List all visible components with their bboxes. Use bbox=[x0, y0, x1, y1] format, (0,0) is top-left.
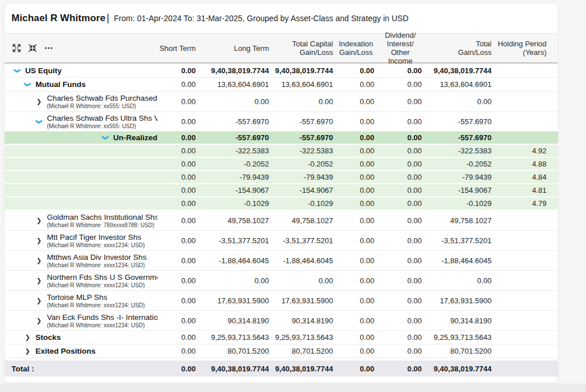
column-header-holding-period-years: Holding Period (Years) bbox=[496, 39, 551, 57]
cell-indexation-gain-loss: 0.00 bbox=[338, 117, 379, 126]
cell-indexation-gain-loss: 0.00 bbox=[338, 316, 379, 325]
column-header-indexation-gain-loss: Indexation Gain/Loss bbox=[338, 39, 379, 57]
cell-short-term: 0.00 bbox=[157, 256, 200, 265]
row-label-cell: ❯Charles Schwab Fds Ultra Shs Vari...(Mi… bbox=[11, 114, 157, 129]
row-label: Van Eck Funds Shs -I- Internationa... bbox=[47, 313, 157, 322]
report-header: Michael R Whitmore | From: 01-Apr-2024 T… bbox=[5, 3, 558, 33]
cell-total-capital-gain-loss: 49,758.1027 bbox=[274, 216, 338, 225]
total-cell-total-gain-loss: 9,40,38,019.7744 bbox=[426, 365, 496, 373]
table-row[interactable]: ❯Stocks0.009,25,93,713.56439,25,93,713.5… bbox=[5, 331, 558, 345]
cell-total-capital-gain-loss: -557.6970 bbox=[274, 117, 338, 126]
cell-long-term: -0.2052 bbox=[200, 160, 274, 168]
cell-indexation-gain-loss: 0.00 bbox=[338, 66, 379, 75]
chevron-right-icon[interactable]: ❯ bbox=[23, 347, 32, 355]
table-row[interactable]: ❯Van Eck Funds Shs -I- Internationa...(M… bbox=[5, 311, 558, 331]
cell-short-term: 0.00 bbox=[157, 276, 200, 285]
cell-long-term: 0.00 bbox=[200, 97, 274, 106]
cell-total-gain-loss: -154.9067 bbox=[426, 186, 496, 195]
table-row[interactable]: 0.00-0.1029-0.10290.000.00-0.10294.79 bbox=[5, 197, 558, 211]
cell-short-term: 0.00 bbox=[157, 236, 200, 245]
cell-total-gain-loss: -0.1029 bbox=[426, 199, 496, 208]
chevron-right-icon[interactable]: ❯ bbox=[23, 334, 32, 341]
table-row[interactable]: ❯US Equity0.009,40,38,019.77449,40,38,01… bbox=[5, 64, 558, 78]
cell-total-capital-gain-loss: 0.00 bbox=[274, 97, 338, 106]
cell-total-capital-gain-loss: 0.00 bbox=[274, 276, 338, 285]
table-row[interactable]: ❯Tortoise MLP Shs(Michael R Whitmore: xx… bbox=[5, 291, 558, 311]
cell-long-term: 17,63,931.5900 bbox=[200, 296, 274, 305]
table-row[interactable]: 0.00-0.2052-0.20520.000.00-0.20524.88 bbox=[5, 158, 558, 171]
chevron-right-icon[interactable]: ❯ bbox=[34, 317, 43, 324]
chevron-right-icon[interactable]: ❯ bbox=[34, 98, 43, 105]
row-label: Stocks bbox=[35, 333, 61, 342]
table-row[interactable]: ❯Un-Realized0.00-557.6970-557.69700.000.… bbox=[5, 132, 558, 145]
cell-holding-period-years: 4.92 bbox=[496, 146, 551, 155]
cell-long-term: -79.9439 bbox=[200, 173, 274, 181]
cell-short-term: 0.00 bbox=[157, 117, 200, 126]
cell-indexation-gain-loss: 0.00 bbox=[338, 146, 379, 155]
cell-total-gain-loss: -0.2052 bbox=[426, 160, 496, 168]
chevron-right-icon[interactable]: ❯ bbox=[34, 297, 43, 304]
row-sublabel: (Michael R Whitmore: 789xxxx8788: USD) bbox=[47, 222, 157, 228]
chevron-down-icon[interactable]: ❯ bbox=[14, 66, 21, 75]
cell-short-term: 0.00 bbox=[157, 296, 200, 305]
chevron-right-icon[interactable]: ❯ bbox=[34, 237, 43, 244]
more-options-icon[interactable] bbox=[43, 43, 54, 53]
row-sublabel: (Michael R Whitmore: xx555: USD) bbox=[47, 123, 157, 129]
cell-long-term: -3,51,377.5201 bbox=[200, 236, 274, 245]
total-cell-total-capital-gain-loss: 9,40,38,019.7744 bbox=[274, 365, 338, 373]
row-sublabel: (Michael R Whitmore: xxxx1234: USD) bbox=[47, 322, 157, 328]
table-header-tools bbox=[11, 43, 157, 53]
expand-all-icon[interactable] bbox=[11, 43, 22, 53]
cell-indexation-gain-loss: 0.00 bbox=[338, 216, 379, 225]
row-label-cell: ❯Exited Positions bbox=[11, 347, 157, 355]
grid-toolbar bbox=[11, 43, 54, 53]
table-row[interactable]: ❯Charles Schwab Fds Ultra Shs Vari...(Mi… bbox=[5, 112, 558, 132]
cell-short-term: 0.00 bbox=[157, 316, 200, 325]
collapse-all-icon[interactable] bbox=[27, 43, 38, 53]
chevron-down-icon[interactable]: ❯ bbox=[24, 80, 31, 89]
cell-total-gain-loss: 13,63,604.6901 bbox=[426, 80, 496, 89]
horizontal-scrollbar-track[interactable] bbox=[0, 383, 586, 392]
column-header-total-gain-loss: Total Gain/Loss bbox=[426, 39, 496, 57]
row-label-cell: ❯Tortoise MLP Shs(Michael R Whitmore: xx… bbox=[11, 293, 157, 308]
cell-short-term: 0.00 bbox=[157, 66, 200, 75]
cell-dividend-interest-other-income: 0.00 bbox=[379, 347, 426, 355]
cell-total-capital-gain-loss: -557.6970 bbox=[274, 133, 338, 142]
table-row[interactable]: ❯Charles Schwab Fds Purchased S...(Micha… bbox=[5, 92, 558, 112]
table-row[interactable]: ❯Goldman Sachs Institutional Shs T...(Mi… bbox=[5, 211, 558, 231]
cell-long-term: -0.1029 bbox=[200, 199, 274, 208]
cell-indexation-gain-loss: 0.00 bbox=[338, 80, 379, 89]
cell-holding-period-years: 4.84 bbox=[496, 173, 551, 181]
table-row[interactable]: 0.00-154.9067-154.90670.000.00-154.90674… bbox=[5, 184, 558, 197]
row-label: Tortoise MLP Shs bbox=[47, 293, 145, 302]
cell-dividend-interest-other-income: 0.00 bbox=[379, 146, 426, 155]
table-row[interactable]: ❯Mtt Pacif Tiger Investor Shs(Michael R … bbox=[5, 231, 558, 251]
cell-total-capital-gain-loss: 80,701.5200 bbox=[274, 347, 338, 355]
chevron-down-icon[interactable]: ❯ bbox=[101, 133, 109, 142]
chevron-right-icon[interactable]: ❯ bbox=[34, 277, 43, 284]
cell-total-capital-gain-loss: -0.2052 bbox=[274, 160, 338, 168]
cell-short-term: 0.00 bbox=[157, 186, 200, 195]
column-header-total-capital-gain-loss: Total Capital Gain/Loss bbox=[274, 39, 338, 57]
report-card: Michael R Whitmore | From: 01-Apr-2024 T… bbox=[5, 3, 558, 382]
cell-total-capital-gain-loss: 9,25,93,713.5643 bbox=[274, 333, 338, 342]
table-row[interactable]: ❯Mutual Funds0.0013,63,604.690113,63,604… bbox=[5, 78, 558, 92]
row-label: Goldman Sachs Institutional Shs T... bbox=[47, 213, 157, 221]
table-row[interactable]: ❯Northern Fds Shs U S Government...(Mich… bbox=[5, 271, 558, 291]
table-row[interactable]: 0.00-322.5383-322.53830.000.00-322.53834… bbox=[5, 145, 558, 158]
row-label-cell: ❯Mutual Funds bbox=[11, 80, 157, 89]
cell-total-capital-gain-loss: 9,40,38,019.7744 bbox=[274, 66, 338, 75]
column-header-long-term: Long Term bbox=[200, 44, 274, 53]
table-row[interactable]: ❯Mtthws Asia Div Investor Shs(Michael R … bbox=[5, 251, 558, 271]
table-row[interactable]: ❯Exited Positions0.0080,701.520080,701.5… bbox=[5, 345, 558, 358]
table-row[interactable]: 0.00-79.9439-79.94390.000.00-79.94394.84 bbox=[5, 171, 558, 184]
chevron-right-icon[interactable]: ❯ bbox=[34, 257, 43, 264]
chevron-down-icon[interactable]: ❯ bbox=[35, 117, 43, 126]
cell-total-gain-loss: 17,63,931.5900 bbox=[426, 296, 496, 305]
cell-long-term: 80,701.5200 bbox=[200, 347, 274, 355]
chevron-right-icon[interactable]: ❯ bbox=[34, 217, 43, 224]
cell-total-gain-loss: -557.6970 bbox=[426, 117, 496, 126]
cell-dividend-interest-other-income: 0.00 bbox=[379, 256, 426, 265]
row-label: Un-Realized bbox=[113, 133, 157, 142]
row-label-cell: ❯Un-Realized bbox=[11, 133, 157, 142]
